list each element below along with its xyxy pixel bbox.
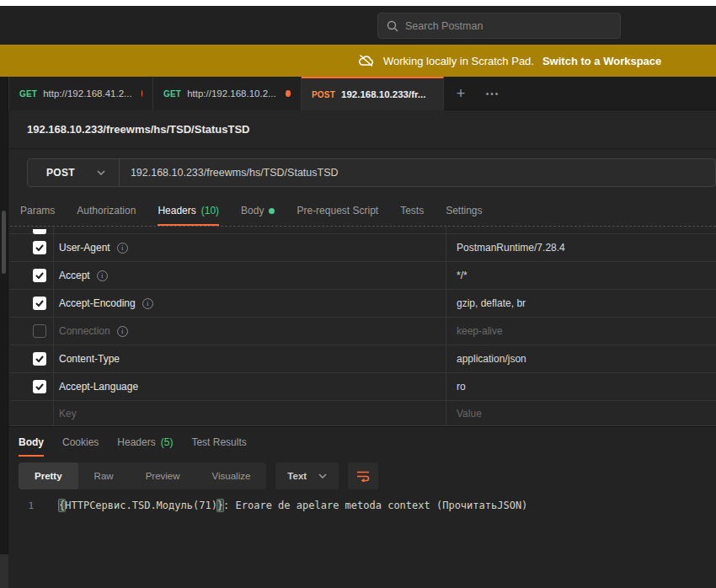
header-key[interactable]: Connection [59,325,110,337]
method-label: POST [46,167,75,179]
code-text: {HTTPСервис.TSD.Модуль(71)}: Eroare de a… [59,498,527,513]
tab-headers[interactable]: Headers (10) [158,195,219,226]
tab-label: Params [20,205,55,216]
tab-options-icon[interactable] [480,83,505,104]
request-tab-2[interactable]: GET http://192.168.10.2... [153,77,302,110]
info-icon [117,243,128,254]
tab-response-headers[interactable]: Headers (5) [117,427,173,457]
url-input[interactable] [120,167,715,179]
new-tab-button[interactable] [449,83,473,104]
headers-count: (10) [201,205,219,216]
banner-message: Working locally in Scratch Pad. [383,55,534,67]
window-top-strip [0,0,716,6]
search-icon [387,20,398,32]
chevron-down-icon [318,473,327,478]
chevron-down-icon [97,170,105,175]
checkbox-checked[interactable] [33,269,46,282]
response-toolbar: Pretty Raw Preview Visualize Text [19,462,378,489]
tab-tests[interactable]: Tests [400,195,424,226]
response-body-viewer[interactable]: 1 {HTTPСервис.TSD.Модуль(71)}: Eroare de… [0,498,716,588]
tab-label: Settings [446,205,482,216]
left-rail [0,77,8,588]
header-value[interactable]: */* [457,270,468,281]
header-key[interactable]: Accept-Encoding [59,297,136,309]
view-mode-switch: Pretty Raw Preview Visualize [19,462,266,489]
info-icon [117,326,128,337]
request-title: 192.168.10.233/freewms/hs/TSD/StatusTSD [27,123,249,136]
switch-workspace-link[interactable]: Switch to a Workspace [542,55,661,67]
method-badge: POST [312,90,335,99]
unsaved-dot-icon [286,90,291,97]
segment-label: Preview [146,471,180,481]
checkbox-checked[interactable] [33,380,46,393]
table-row-disabled: Connection keep-alive [10,318,716,345]
new-key-input[interactable] [59,408,407,420]
tab-label: Pre-request Script [297,205,378,216]
format-dropdown[interactable]: Text [275,462,339,489]
header-key[interactable]: Accept-Language [59,381,138,393]
tab-test-results[interactable]: Test Results [191,427,246,457]
checkbox[interactable] [33,229,46,234]
view-raw[interactable]: Raw [78,462,130,489]
tab-label: Headers [158,205,195,216]
checkbox-checked[interactable] [33,241,46,254]
request-tab-1[interactable]: GET http://192.168.41.2... [8,77,153,110]
scratchpad-banner: Working locally in Scratch Pad. Switch t… [0,45,716,77]
table-row: Accept-Encoding gzip, deflate, br [10,290,716,318]
header-key[interactable]: Accept [59,270,90,281]
segment-label: Raw [94,471,114,481]
tab-settings[interactable]: Settings [446,195,482,226]
table-row-new [10,401,716,426]
header-value[interactable]: ro [457,381,466,393]
header-key[interactable]: User-Agent [59,242,110,254]
table-row-clipped [10,226,716,234]
view-preview[interactable]: Preview [130,462,196,489]
header-value[interactable]: keep-alive [457,325,503,337]
unsaved-dot-icon [142,90,142,97]
check-icon [35,244,44,251]
info-icon [142,298,153,309]
close-brace: } [217,500,223,511]
header-key[interactable]: Content-Type [59,353,120,365]
global-search[interactable] [377,13,621,39]
search-input[interactable] [405,20,612,32]
offline-cloud-icon [358,54,375,67]
scrollbar-thumb[interactable] [2,211,6,274]
check-icon [35,383,44,390]
format-label: Text [287,471,307,481]
check-icon [35,272,44,279]
header-value[interactable]: PostmanRuntime/7.28.4 [457,242,565,254]
url-box: POST [27,158,716,187]
request-tabstrip: GET http://192.168.41.2... GET http://19… [0,77,716,110]
request-tab-3-active[interactable]: POST 192.168.10.233/fr... [302,77,444,110]
header-value[interactable]: application/json [457,353,526,365]
tab-pre-request-script[interactable]: Pre-request Script [297,195,378,226]
tab-params[interactable]: Params [20,195,55,226]
response-subnav: Body Cookies Headers (5) Test Results [0,427,716,457]
checkbox-unchecked[interactable] [33,324,46,338]
checkbox-checked[interactable] [33,297,46,310]
checkbox-checked[interactable] [33,352,46,366]
code-message: : Eroare de apelare metoda context (Проч… [223,500,527,511]
header-value[interactable]: gzip, deflate, br [457,297,526,309]
table-row: Accept */* [10,262,716,290]
code-line: 1 {HTTPСервис.TSD.Модуль(71)}: Eroare de… [0,498,716,514]
body-set-dot-icon [269,208,275,214]
response-headers-count: (5) [161,436,174,448]
check-icon [35,355,44,362]
new-value-input[interactable] [457,408,690,420]
method-selector[interactable]: POST [28,159,119,186]
tab-label: Authorization [77,205,136,216]
tab-response-body[interactable]: Body [19,427,44,457]
tab-label: Headers [117,436,155,448]
tab-label: Tests [400,205,424,216]
table-row: Accept-Language ro [10,373,716,401]
tab-body[interactable]: Body [241,195,275,226]
tab-cookies[interactable]: Cookies [62,427,99,457]
view-pretty[interactable]: Pretty [19,462,78,489]
view-visualize[interactable]: Visualize [196,462,267,489]
wrap-text-icon [356,470,370,482]
tab-authorization[interactable]: Authorization [77,195,136,226]
wrap-text-button[interactable] [348,462,378,489]
request-subnav: Params Authorization Headers (10) Body P… [0,195,716,226]
